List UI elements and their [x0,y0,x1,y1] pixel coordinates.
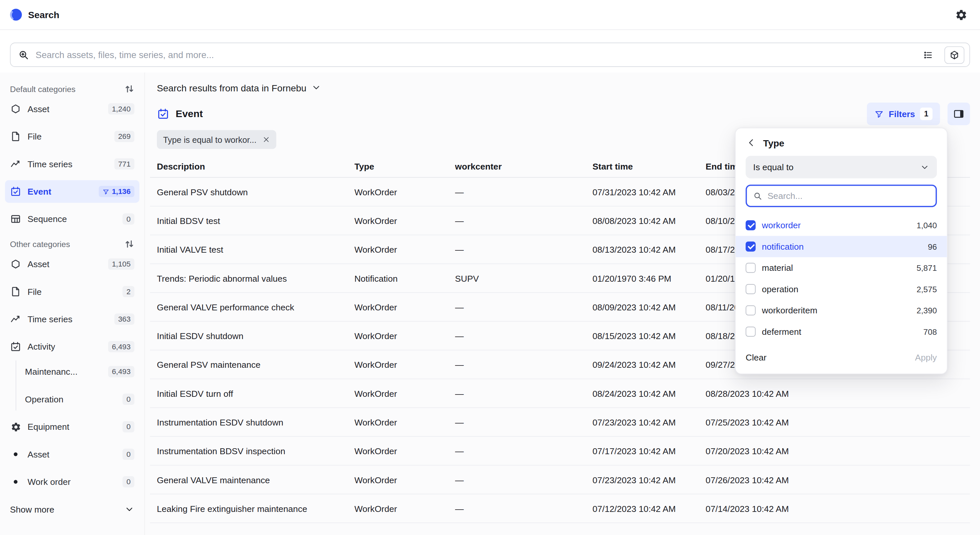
cell-type: WorkOrder [354,302,455,312]
apply-button[interactable]: Apply [915,352,937,362]
filter-option[interactable]: operation 2,575 [735,278,947,300]
sidebar-item-timeseries-other[interactable]: Time series 363 [5,308,139,330]
checkbox[interactable] [746,284,756,294]
list-icon [923,50,933,60]
sidebar-item-work-order[interactable]: Work order 0 [5,471,139,493]
column-header-type: Type [354,161,455,171]
sidebar-item-sequence[interactable]: Sequence 0 [5,208,139,230]
sidebar-item-equipment[interactable]: Equipment 0 [5,415,139,438]
3d-view-button[interactable] [944,46,964,63]
checkbox[interactable] [746,305,756,315]
global-search-box[interactable] [10,43,970,67]
table-row[interactable]: Leaking Fire extinguisher maintenance Wo… [150,494,970,523]
operator-select[interactable]: Is equal to [746,156,937,178]
table-row[interactable]: Instrumentation ESDV shutdown WorkOrder … [150,408,970,437]
popup-title: Type [763,137,784,148]
filter-option[interactable]: workorderitem 2,390 [735,300,947,321]
column-header-description: Description [150,161,354,171]
sidebar-item-label: Maintenanc... [25,367,78,377]
cell-workcenter: — [455,331,592,341]
results-scope-dropdown[interactable]: Search results from data in Fornebu [150,79,970,96]
back-chevron-icon[interactable] [746,137,757,148]
table-row[interactable]: Initial ESDV turn off WorkOrder — 08/24/… [150,379,970,408]
cell-type: WorkOrder [354,388,455,398]
bullet-dot-icon [10,476,21,487]
zoom-in-search-icon [18,49,29,61]
table-row[interactable]: Instrumentation BDSV inspection WorkOrde… [150,437,970,465]
sidebar-item-file-other[interactable]: File 2 [5,280,139,303]
filter-option[interactable]: material 5,871 [735,257,947,279]
cell-description: Instrumentation BDSV inspection [150,446,354,456]
sort-icon[interactable] [124,239,134,249]
filter-option[interactable]: notification 96 [735,236,947,257]
search-icon [753,191,762,201]
show-more-button[interactable]: Show more [5,498,139,521]
sidebar-item-label: File [27,131,41,141]
sidebar-item-label: Time series [27,314,72,324]
sidebar-item-count: 6,493 [108,341,134,352]
file-icon [10,131,21,142]
sidebar-item-label: Activity [27,342,55,351]
popup-search-box[interactable] [746,185,937,207]
sidebar-item-asset-dm[interactable]: Asset 0 [5,443,139,465]
cell-workcenter: — [455,216,592,225]
activity-subcategories: Maintenanc... 6,493 Operation 0 [16,361,139,410]
remove-filter-icon[interactable] [262,136,270,144]
cell-end-time: 07/14/2023 10:42 AM [705,503,970,513]
sidebar-item-maintenance[interactable]: Maintenanc... 6,493 [20,361,139,383]
cell-type: WorkOrder [354,244,455,254]
cell-description: Trends: Periodic abnormal values [150,273,354,283]
sidebar-item-count: 0 [123,476,134,487]
search-input[interactable] [36,50,912,60]
filter-option-label: material [762,263,793,273]
clear-button[interactable]: Clear [746,352,767,362]
cell-type: WorkOrder [354,359,455,369]
filter-option-count: 2,575 [916,284,937,294]
sidebar-item-event[interactable]: Event 1,136 [5,180,139,203]
filter-option[interactable]: workorder 1,040 [735,215,947,236]
checkbox[interactable] [746,263,756,273]
cell-description: General PSV maintenance [150,359,354,369]
filters-button[interactable]: Filters 1 [867,102,940,125]
filter-option[interactable]: deferment 708 [735,321,947,342]
default-categories-header: Default categories [5,80,139,97]
sort-icon[interactable] [124,84,134,94]
cell-workcenter: — [455,187,592,196]
type-filter-popup: Type Is equal to workorder 1,040 notific… [735,128,948,374]
sidebar-item-asset[interactable]: Asset 1,240 [5,97,139,120]
sidebar-item-operation[interactable]: Operation 0 [20,388,139,410]
checkbox[interactable] [746,220,756,230]
count-value: 1,136 [112,188,130,195]
sidebar-item-activity[interactable]: Activity 6,493 [5,335,139,358]
filter-option-count: 2,390 [916,306,937,315]
funnel-icon [874,109,883,118]
settings-gear-icon[interactable] [953,6,970,24]
sidebar-item-timeseries[interactable]: Time series 771 [5,153,139,175]
sidebar-item-label: Time series [27,159,72,169]
sidebar-item-asset-other[interactable]: Asset 1,105 [5,253,139,275]
column-header-start-time: Start time [592,161,705,171]
filter-option-count: 96 [928,242,937,251]
cell-start-time: 07/17/2023 10:42 AM [592,446,705,456]
sidebar-item-label: Equipment [27,422,69,432]
popup-search-input[interactable] [767,191,929,201]
filter-option-label: workorder [762,220,801,230]
sequence-icon [10,213,21,225]
side-panel-toggle-button[interactable] [947,102,970,125]
cell-start-time: 07/31/2023 10:42 AM [592,187,705,196]
bullet-dot-icon [10,449,21,460]
sidebar-item-count: 0 [123,421,134,433]
chevron-down-icon [920,162,929,171]
checkbox[interactable] [746,241,756,251]
list-view-button[interactable] [918,46,938,63]
cell-workcenter: — [455,503,592,513]
filter-option-label: notification [762,241,804,251]
timeseries-icon [10,158,21,169]
filter-chip[interactable]: Type is equal to workor... [157,130,277,149]
checkbox[interactable] [746,327,756,337]
categories-sidebar: Default categories Asset 1,240 File 269 … [0,73,145,535]
filter-option-label: operation [762,284,799,294]
sidebar-item-file[interactable]: File 269 [5,125,139,147]
table-row[interactable]: General VALVE maintenance WorkOrder — 07… [150,465,970,494]
cell-start-time: 07/23/2023 10:42 AM [592,474,705,484]
